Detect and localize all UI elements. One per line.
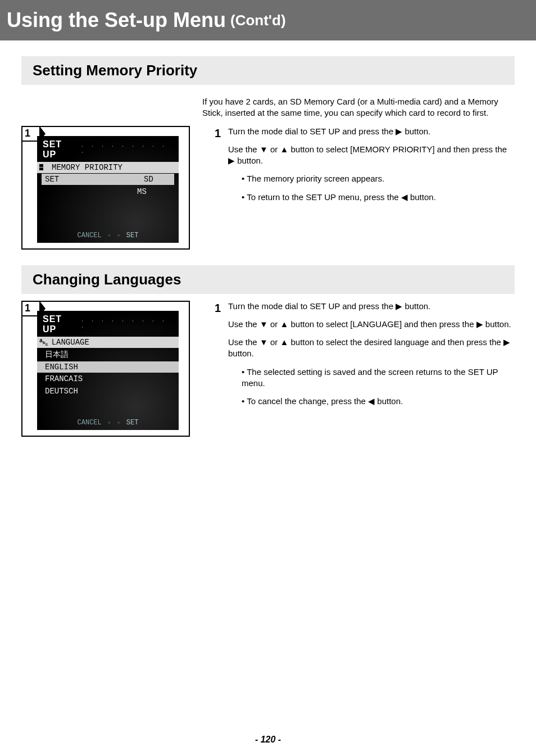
subb: To return to the SET UP menu, press the bbox=[247, 192, 401, 202]
s21b: button. bbox=[405, 301, 430, 311]
section1-body: 1 SET UP · · · · · · · · · · MEMORY PRIO… bbox=[21, 126, 515, 250]
left-tri-icon: ◂ bbox=[107, 232, 111, 239]
section2-body: 1 SET UP · · · · · · · · · · abc LANGUAG… bbox=[21, 301, 515, 437]
down-arrow-icon: ▼ bbox=[260, 144, 268, 155]
s23c: button to select the desired language an… bbox=[290, 337, 503, 347]
intro-text: If you have 2 cards, an SD Memory Card (… bbox=[202, 96, 515, 119]
figure-1: 1 SET UP · · · · · · · · · · MEMORY PRIO… bbox=[21, 126, 190, 250]
s2suba: The selected setting is saved and the sc… bbox=[242, 367, 498, 388]
section-title-language: Changing Languages bbox=[21, 265, 515, 294]
right-arrow-icon: ▶ bbox=[503, 337, 510, 348]
up-arrow-icon: ▲ bbox=[280, 319, 288, 330]
page-number: - 120 - bbox=[0, 735, 536, 745]
lcd-frame-1: 1 SET UP · · · · · · · · · · MEMORY PRIO… bbox=[21, 126, 190, 250]
lang-opt-fr: FRANCAIS bbox=[37, 373, 179, 385]
lcd-cell-sd: SD bbox=[140, 174, 174, 185]
lcd-frame-2: 1 SET UP · · · · · · · · · · abc LANGUAG… bbox=[21, 301, 190, 437]
lcd-title: SET UP bbox=[43, 139, 77, 160]
s23a: Use the bbox=[228, 337, 260, 347]
s22b: or bbox=[270, 319, 280, 329]
s2c: button to select [MEMORY PRIORITY] and t… bbox=[290, 144, 507, 154]
left-arrow-icon: ◀ bbox=[368, 396, 375, 407]
opt2: ENGLISH bbox=[45, 363, 78, 372]
section-title-memory: Setting Memory Priority bbox=[21, 56, 515, 85]
lcd-dots: · · · · · · · · · · bbox=[80, 143, 173, 156]
down-arrow-icon: ▼ bbox=[260, 319, 268, 330]
lcd-set: SET bbox=[126, 232, 139, 239]
abc-icon: abc bbox=[39, 338, 48, 347]
right-arrow-icon: ▶ bbox=[396, 126, 402, 137]
s21a: Turn the mode dial to SET UP and press t… bbox=[228, 301, 396, 311]
section1-steps: 1 Turn the mode dial to SET UP and press… bbox=[190, 126, 515, 210]
section1-intro: If you have 2 cards, an SD Memory Card (… bbox=[202, 96, 515, 119]
right-tri-icon: ▸ bbox=[117, 232, 121, 239]
up-arrow-icon: ▲ bbox=[280, 337, 288, 348]
lcd-heading-lang: abc LANGUAGE bbox=[37, 337, 179, 348]
step-num-1: 1 bbox=[215, 126, 228, 210]
left-tri-icon: ◂ bbox=[107, 419, 111, 427]
lang-opt-en: ENGLISH bbox=[37, 361, 179, 373]
lcd-set-2: SET bbox=[126, 419, 139, 427]
opt3: FRANCAIS bbox=[45, 374, 83, 383]
lcd-cancel-2: CANCEL bbox=[78, 419, 102, 427]
right-arrow-icon: ▶ bbox=[476, 319, 483, 330]
step-1: 1 Turn the mode dial to SET UP and press… bbox=[215, 126, 515, 210]
lcd-cancel: CANCEL bbox=[78, 232, 102, 239]
s2subb: To cancel the change, press the bbox=[247, 396, 368, 406]
s1b: button. bbox=[405, 126, 430, 136]
s22a: Use the bbox=[228, 319, 260, 329]
section2-steps: 1 Turn the mode dial to SET UP and press… bbox=[190, 301, 515, 414]
figure-2: 1 SET UP · · · · · · · · · · abc LANGUAG… bbox=[21, 301, 190, 437]
opt4: DEUTSCH bbox=[45, 387, 78, 396]
step-num-1b: 1 bbox=[215, 301, 228, 414]
lcd-heading-memory: MEMORY PRIORITY bbox=[37, 162, 179, 173]
left-arrow-icon: ◀ bbox=[401, 192, 408, 203]
s2d: button. bbox=[237, 156, 263, 165]
lcd-heading-text: MEMORY PRIORITY bbox=[52, 163, 122, 172]
page-header: Using the Set-up Menu (Cont'd) bbox=[0, 0, 536, 40]
suba: The memory priority screen appears. bbox=[247, 174, 384, 183]
s2a: Use the bbox=[228, 144, 260, 154]
opt1: 日本語 bbox=[45, 350, 69, 360]
s23d: button. bbox=[228, 348, 254, 358]
lcd-cell-ms: MS bbox=[137, 187, 171, 196]
right-arrow-icon: ▶ bbox=[396, 301, 402, 312]
step-1b: 1 Turn the mode dial to SET UP and press… bbox=[215, 301, 515, 414]
cards-icon bbox=[39, 164, 48, 170]
lang-opt-de: DEUTSCH bbox=[37, 385, 179, 397]
s22c: button to select [LANGUAGE] and then pre… bbox=[290, 319, 476, 329]
down-arrow-icon: ▼ bbox=[260, 337, 268, 348]
lang-opt-jp: 日本語 bbox=[37, 348, 179, 361]
s1a: Turn the mode dial to SET UP and press t… bbox=[228, 126, 396, 136]
lcd-dots-2: · · · · · · · · · · bbox=[80, 318, 173, 331]
lcd-screen-language: SET UP · · · · · · · · · · abc LANGUAGE … bbox=[37, 311, 179, 430]
lcd-row-set: SET SD bbox=[37, 173, 179, 185]
s2b: or bbox=[270, 144, 280, 154]
lcd-screen-memory: SET UP · · · · · · · · · · MEMORY PRIORI… bbox=[37, 136, 179, 243]
s23b: or bbox=[270, 337, 280, 347]
lcd-row-ms: MS bbox=[37, 185, 179, 198]
right-arrow-icon: ▶ bbox=[228, 155, 235, 166]
lcd-heading-lang-text: LANGUAGE bbox=[52, 338, 89, 347]
header-title-sub: (Cont'd) bbox=[230, 12, 286, 29]
lcd-title-2: SET UP bbox=[43, 314, 77, 334]
lcd-footer-2: CANCEL ◂ ▸ SET bbox=[37, 418, 179, 427]
up-arrow-icon: ▲ bbox=[280, 144, 288, 155]
s22d: button. bbox=[485, 319, 511, 329]
subc: button. bbox=[410, 192, 436, 202]
header-title-main: Using the Set-up Menu bbox=[7, 8, 226, 32]
lcd-cell-set: SET bbox=[42, 174, 140, 185]
right-tri-icon: ▸ bbox=[117, 419, 121, 427]
s2subc: button. bbox=[377, 396, 403, 406]
lcd-footer-1: CANCEL ◂ ▸ SET bbox=[37, 231, 179, 239]
